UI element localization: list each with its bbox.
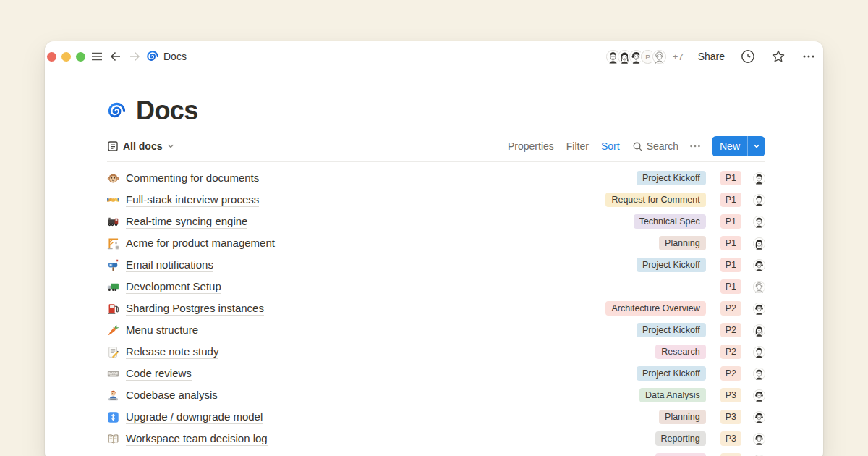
doc-title-link[interactable]: Commenting for documents: [126, 172, 259, 185]
doc-priority-tag[interactable]: P1: [720, 258, 741, 272]
doc-type-tag[interactable]: Planning: [659, 236, 706, 250]
doc-type-tag[interactable]: Research: [655, 345, 706, 359]
doc-title-link[interactable]: Upgrade / downgrade model: [126, 410, 263, 424]
favorite-star-icon[interactable]: [771, 49, 786, 64]
list-view-icon: [107, 140, 119, 152]
doc-type-tag[interactable]: Request for Comment: [605, 193, 705, 207]
doc-title-link[interactable]: Workspace team decision log: [126, 432, 268, 446]
app-window: Docs +7 Share Docs All docs Properties F…: [45, 41, 823, 456]
doc-type-tag[interactable]: Planning: [659, 410, 706, 424]
sidebar-toggle-icon[interactable]: [90, 50, 103, 63]
doc-type-tag[interactable]: Project Kickoff: [637, 258, 706, 272]
doc-priority-tag[interactable]: P3: [720, 431, 741, 446]
sort-button[interactable]: Sort: [601, 140, 620, 152]
doc-priority-tag[interactable]: P1: [720, 279, 741, 294]
doc-row[interactable]: Codebase analysis Data Analysis P3: [107, 384, 765, 406]
doc-owner-avatar[interactable]: [753, 281, 765, 293]
doc-type-tag[interactable]: Project Kickoff: [637, 323, 706, 337]
doc-row[interactable]: Full-stack interview process Request for…: [107, 189, 765, 211]
doc-owner-avatar[interactable]: [753, 303, 765, 315]
breadcrumb[interactable]: Docs: [163, 51, 187, 62]
zoom-window-button[interactable]: [76, 52, 85, 62]
doc-row[interactable]: Menu structure Project Kickoff P2: [107, 319, 765, 341]
doc-priority-tag[interactable]: P3: [720, 453, 741, 456]
doc-row[interactable]: Commenting for documents Project Kickoff…: [107, 167, 765, 189]
more-options-icon[interactable]: [801, 49, 816, 64]
doc-type-tag[interactable]: Project Kickoff: [637, 171, 706, 185]
new-button-chevron[interactable]: [748, 136, 765, 156]
doc-owner-avatar[interactable]: [753, 346, 765, 358]
doc-row[interactable]: Workspace team decision log Reporting P3: [107, 428, 765, 449]
page-content: Docs All docs Properties Filter Sort Sea…: [45, 96, 823, 456]
doc-priority-tag[interactable]: P3: [720, 410, 741, 424]
doc-title-link[interactable]: Menu structure: [126, 324, 198, 337]
doc-type-tag[interactable]: Research: [655, 453, 706, 456]
filter-button[interactable]: Filter: [566, 140, 589, 152]
collaborator-avatars[interactable]: [605, 48, 668, 65]
doc-title-link[interactable]: Real-time syncing engine: [126, 215, 247, 229]
doc-priority-tag[interactable]: P2: [720, 301, 741, 316]
new-button[interactable]: New: [712, 136, 765, 156]
close-window-button[interactable]: [47, 52, 56, 62]
doc-title-link[interactable]: Email notifications: [126, 258, 213, 272]
doc-row[interactable]: Development Setup P1: [107, 276, 765, 297]
doc-owner-avatar[interactable]: [753, 411, 765, 423]
doc-row[interactable]: Real-time syncing engine Technical Spec …: [107, 211, 765, 232]
doc-title-link[interactable]: Full-stack interview process: [126, 193, 259, 207]
avatar-overflow-count[interactable]: +7: [673, 51, 684, 62]
share-button[interactable]: Share: [698, 51, 725, 62]
doc-type-tag[interactable]: Architecture Overview: [605, 301, 705, 316]
doc-owner-avatar[interactable]: [753, 368, 765, 380]
doc-title-link[interactable]: Release note study: [126, 345, 218, 359]
doc-title-link[interactable]: Performance feedback: [126, 454, 235, 456]
search-button[interactable]: Search: [632, 140, 678, 152]
doc-row[interactable]: Code reviews Project Kickoff P2: [107, 363, 765, 384]
doc-owner-avatar[interactable]: [753, 433, 765, 445]
doc-owner-avatar[interactable]: [753, 259, 765, 271]
doc-title-link[interactable]: Acme for product management: [126, 237, 275, 250]
doc-row[interactable]: Upgrade / downgrade model Planning P3: [107, 406, 765, 428]
forward-icon[interactable]: [128, 50, 141, 63]
doc-row[interactable]: Email notifications Project Kickoff P1: [107, 254, 765, 276]
doc-row[interactable]: Acme for product management Planning P1: [107, 232, 765, 254]
view-switcher[interactable]: All docs: [107, 140, 175, 152]
doc-priority-tag[interactable]: P3: [720, 388, 741, 402]
properties-button[interactable]: Properties: [508, 140, 554, 152]
doc-priority-tag[interactable]: P2: [720, 345, 741, 359]
doc-emoji-icon: [107, 194, 119, 206]
docs-page-logo-icon: [107, 101, 127, 121]
doc-emoji-icon: [107, 259, 119, 271]
doc-priority-tag[interactable]: P2: [720, 323, 741, 337]
doc-priority-tag[interactable]: P2: [720, 366, 741, 381]
page-header: Docs: [107, 96, 765, 126]
doc-owner-avatar[interactable]: [753, 216, 765, 228]
doc-owner-avatar[interactable]: [753, 324, 765, 337]
doc-title-link[interactable]: Codebase analysis: [126, 389, 218, 402]
doc-type-tag[interactable]: Data Analysis: [639, 388, 706, 402]
new-button-label[interactable]: New: [712, 136, 747, 156]
doc-title-link[interactable]: Code reviews: [126, 367, 192, 381]
doc-title-link[interactable]: Sharding Postgres instances: [126, 302, 264, 316]
doc-owner-avatar[interactable]: [753, 237, 765, 250]
minimize-window-button[interactable]: [61, 52, 71, 62]
doc-owner-avatar[interactable]: [753, 172, 765, 185]
doc-row[interactable]: Release note study Research P2: [107, 341, 765, 363]
doc-row[interactable]: Sharding Postgres instances Architecture…: [107, 297, 765, 319]
doc-priority-tag[interactable]: P1: [720, 214, 741, 229]
doc-owner-avatar[interactable]: [753, 389, 765, 402]
doc-title-link[interactable]: Development Setup: [126, 280, 221, 294]
doc-emoji-icon: [107, 281, 119, 293]
titlebar: Docs +7 Share: [45, 41, 823, 72]
doc-type-tag[interactable]: Reporting: [655, 431, 706, 446]
view-more-options-icon[interactable]: [689, 140, 702, 153]
doc-priority-tag[interactable]: P1: [720, 236, 741, 250]
collaborator-avatar[interactable]: [651, 48, 668, 65]
doc-priority-tag[interactable]: P1: [720, 193, 741, 207]
doc-owner-avatar[interactable]: [753, 194, 765, 206]
doc-type-tag[interactable]: Project Kickoff: [637, 366, 706, 381]
back-icon[interactable]: [109, 50, 122, 63]
doc-priority-tag[interactable]: P1: [720, 171, 741, 185]
updates-clock-icon[interactable]: [741, 49, 755, 64]
doc-type-tag[interactable]: Technical Spec: [634, 214, 706, 229]
doc-row[interactable]: Performance feedback Research P3: [107, 449, 765, 456]
